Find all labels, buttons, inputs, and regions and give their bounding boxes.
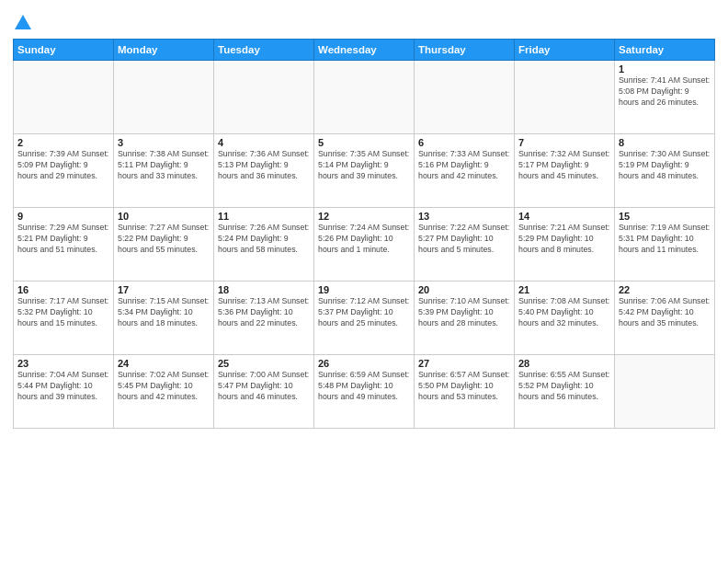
weekday-friday: Friday [515,40,615,61]
day-number: 10 [118,211,210,222]
day-number: 17 [118,284,210,295]
calendar-cell: 28Sunrise: 6:55 AM Sunset: 5:52 PM Dayli… [515,355,615,429]
day-number: 2 [17,137,109,148]
day-info: Sunrise: 7:13 AM Sunset: 5:36 PM Dayligh… [218,296,310,329]
calendar-cell: 7Sunrise: 7:32 AM Sunset: 5:17 PM Daylig… [515,134,615,208]
calendar-week-1: 2Sunrise: 7:39 AM Sunset: 5:09 PM Daylig… [14,134,715,208]
logo [13,9,35,33]
calendar-week-3: 16Sunrise: 7:17 AM Sunset: 5:32 PM Dayli… [14,282,715,355]
calendar-cell: 1Sunrise: 7:41 AM Sunset: 5:08 PM Daylig… [615,61,715,134]
weekday-thursday: Thursday [415,40,515,61]
calendar-cell: 6Sunrise: 7:33 AM Sunset: 5:16 PM Daylig… [415,134,515,208]
calendar-cell [14,61,114,134]
calendar-cell: 4Sunrise: 7:36 AM Sunset: 5:13 PM Daylig… [214,134,314,208]
calendar-cell [214,61,314,134]
day-info: Sunrise: 6:57 AM Sunset: 5:50 PM Dayligh… [418,370,510,403]
logo-icon [13,13,33,33]
day-number: 3 [118,137,210,148]
day-number: 13 [418,211,510,222]
day-number: 5 [318,137,410,148]
weekday-saturday: Saturday [615,40,715,61]
day-info: Sunrise: 7:10 AM Sunset: 5:39 PM Dayligh… [418,296,510,329]
day-info: Sunrise: 7:32 AM Sunset: 5:17 PM Dayligh… [518,149,610,182]
day-number: 28 [518,358,610,369]
day-info: Sunrise: 7:17 AM Sunset: 5:32 PM Dayligh… [17,296,109,329]
calendar-cell: 16Sunrise: 7:17 AM Sunset: 5:32 PM Dayli… [14,282,114,355]
day-number: 6 [418,137,510,148]
day-info: Sunrise: 7:35 AM Sunset: 5:14 PM Dayligh… [318,149,410,182]
day-info: Sunrise: 6:55 AM Sunset: 5:52 PM Dayligh… [518,370,610,403]
day-number: 18 [218,284,310,295]
day-info: Sunrise: 7:33 AM Sunset: 5:16 PM Dayligh… [418,149,510,182]
day-info: Sunrise: 7:24 AM Sunset: 5:26 PM Dayligh… [318,223,410,256]
calendar-week-4: 23Sunrise: 7:04 AM Sunset: 5:44 PM Dayli… [14,355,715,429]
calendar-cell: 25Sunrise: 7:00 AM Sunset: 5:47 PM Dayli… [214,355,314,429]
day-number: 25 [218,358,310,369]
day-info: Sunrise: 7:27 AM Sunset: 5:22 PM Dayligh… [118,223,210,256]
page-container: SundayMondayTuesdayWednesdayThursdayFrid… [0,0,728,436]
calendar-cell: 2Sunrise: 7:39 AM Sunset: 5:09 PM Daylig… [14,134,114,208]
calendar-cell: 5Sunrise: 7:35 AM Sunset: 5:14 PM Daylig… [314,134,415,208]
day-info: Sunrise: 7:04 AM Sunset: 5:44 PM Dayligh… [17,370,109,403]
weekday-tuesday: Tuesday [214,40,314,61]
calendar-cell [415,61,515,134]
day-number: 9 [17,211,109,222]
day-number: 26 [318,358,410,369]
weekday-wednesday: Wednesday [314,40,415,61]
calendar-cell: 17Sunrise: 7:15 AM Sunset: 5:34 PM Dayli… [114,282,214,355]
day-info: Sunrise: 7:41 AM Sunset: 5:08 PM Dayligh… [619,75,711,109]
calendar-cell: 14Sunrise: 7:21 AM Sunset: 5:29 PM Dayli… [515,208,615,282]
day-number: 15 [619,211,711,222]
calendar-cell: 13Sunrise: 7:22 AM Sunset: 5:27 PM Dayli… [415,208,515,282]
day-info: Sunrise: 7:39 AM Sunset: 5:09 PM Dayligh… [17,149,109,182]
weekday-sunday: Sunday [14,40,114,61]
day-number: 19 [318,284,410,295]
calendar-cell: 27Sunrise: 6:57 AM Sunset: 5:50 PM Dayli… [415,355,515,429]
calendar-cell: 24Sunrise: 7:02 AM Sunset: 5:45 PM Dayli… [114,355,214,429]
calendar-cell [314,61,415,134]
day-info: Sunrise: 7:02 AM Sunset: 5:45 PM Dayligh… [118,370,210,403]
day-number: 11 [218,211,310,222]
day-info: Sunrise: 7:21 AM Sunset: 5:29 PM Dayligh… [518,223,610,256]
day-number: 24 [118,358,210,369]
calendar-cell [615,355,715,429]
calendar-cell: 18Sunrise: 7:13 AM Sunset: 5:36 PM Dayli… [214,282,314,355]
day-info: Sunrise: 7:06 AM Sunset: 5:42 PM Dayligh… [619,296,711,329]
weekday-header-row: SundayMondayTuesdayWednesdayThursdayFrid… [14,40,715,61]
day-info: Sunrise: 6:59 AM Sunset: 5:48 PM Dayligh… [318,370,410,403]
day-number: 12 [318,211,410,222]
calendar-cell: 20Sunrise: 7:10 AM Sunset: 5:39 PM Dayli… [415,282,515,355]
day-info: Sunrise: 7:30 AM Sunset: 5:19 PM Dayligh… [619,149,711,182]
calendar-cell: 12Sunrise: 7:24 AM Sunset: 5:26 PM Dayli… [314,208,415,282]
calendar-table: SundayMondayTuesdayWednesdayThursdayFrid… [13,39,715,429]
day-info: Sunrise: 7:29 AM Sunset: 5:21 PM Dayligh… [17,223,109,256]
calendar-cell: 23Sunrise: 7:04 AM Sunset: 5:44 PM Dayli… [14,355,114,429]
day-number: 7 [518,137,610,148]
day-number: 8 [619,137,711,148]
calendar-cell [515,61,615,134]
day-number: 20 [418,284,510,295]
day-number: 23 [17,358,109,369]
header [13,9,715,33]
calendar-cell: 11Sunrise: 7:26 AM Sunset: 5:24 PM Dayli… [214,208,314,282]
calendar-week-0: 1Sunrise: 7:41 AM Sunset: 5:08 PM Daylig… [14,61,715,134]
day-info: Sunrise: 7:38 AM Sunset: 5:11 PM Dayligh… [118,149,210,182]
calendar-cell: 15Sunrise: 7:19 AM Sunset: 5:31 PM Dayli… [615,208,715,282]
day-number: 1 [619,63,711,75]
day-info: Sunrise: 7:00 AM Sunset: 5:47 PM Dayligh… [218,370,310,403]
day-info: Sunrise: 7:22 AM Sunset: 5:27 PM Dayligh… [418,223,510,256]
calendar-cell: 21Sunrise: 7:08 AM Sunset: 5:40 PM Dayli… [515,282,615,355]
day-number: 16 [17,284,109,295]
day-info: Sunrise: 7:36 AM Sunset: 5:13 PM Dayligh… [218,149,310,182]
calendar-cell [114,61,214,134]
day-number: 21 [518,284,610,295]
calendar-cell: 3Sunrise: 7:38 AM Sunset: 5:11 PM Daylig… [114,134,214,208]
calendar-cell: 26Sunrise: 6:59 AM Sunset: 5:48 PM Dayli… [314,355,415,429]
day-info: Sunrise: 7:08 AM Sunset: 5:40 PM Dayligh… [518,296,610,329]
day-info: Sunrise: 7:12 AM Sunset: 5:37 PM Dayligh… [318,296,410,329]
calendar-cell: 22Sunrise: 7:06 AM Sunset: 5:42 PM Dayli… [615,282,715,355]
day-info: Sunrise: 7:26 AM Sunset: 5:24 PM Dayligh… [218,223,310,256]
svg-marker-0 [15,15,31,29]
calendar-cell: 19Sunrise: 7:12 AM Sunset: 5:37 PM Dayli… [314,282,415,355]
day-number: 14 [518,211,610,222]
